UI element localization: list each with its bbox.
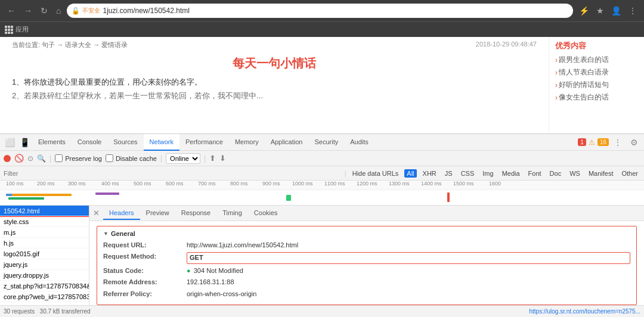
filter-other[interactable]: Other [619,169,640,178]
reload-button[interactable]: ↻ [38,5,50,17]
timeline-mark-1500: 1500 ms [453,181,474,187]
file-item-7[interactable]: jquery.droppy.js [0,270,89,281]
timeline-mark-1400: 1400 ms [421,181,442,187]
file-item-9[interactable]: core.php?web_id=127857083... [0,291,89,302]
sidebar-link-1[interactable]: 跟男生表白的话 [555,55,638,65]
sidebar-link-4[interactable]: 像女生告白的话 [555,92,638,103]
sidebar-link-3[interactable]: 好听的情话短句 [555,80,638,90]
referrer-policy-label: Referrer Policy: [103,290,187,299]
filter-css[interactable]: CSS [459,169,477,178]
timeline-mark-800: 800 ms [230,181,248,187]
rp-tab-preview[interactable]: Preview [140,207,175,220]
tab-memory[interactable]: Memory [229,134,265,151]
bookmarks-bar: 应用 [0,21,644,37]
content-line-2: 2、若果跌碎红尘望穿秋水，若果一生一世常萦轮回，若你，我不闻理中... [12,89,537,103]
request-url-label: Request URL: [103,241,187,250]
home-button[interactable]: ⌂ [54,5,63,17]
export-icon[interactable]: ⬇ [219,154,226,163]
browser-actions: ⚡ ★ 👤 ⋮ [577,5,639,17]
file-item-8[interactable]: z_stat.php?id=12787570834&... [0,281,89,291]
filter-js[interactable]: JS [442,169,455,178]
footer-requests: 30 requests 30.7 kB transferred [4,308,91,315]
back-button[interactable]: ← [5,5,18,17]
filter-media[interactable]: Media [500,169,522,178]
timeline-bar-5 [286,195,291,201]
tab-elements[interactable]: Elements [32,134,72,151]
dt-settings-icon[interactable]: ⚙ [627,138,642,147]
filter-icon[interactable]: ⊙ [27,154,33,163]
filter-doc[interactable]: Doc [547,169,564,178]
rp-content: General Request URL: http://www.1juzi.co… [89,221,644,305]
tab-network[interactable]: Network [144,134,179,151]
tab-sources[interactable]: Sources [107,134,143,151]
clear-button[interactable]: 🚫 [14,154,24,163]
filter-font[interactable]: Font [526,169,544,178]
timeline-mark-1100: 1100 ms [324,181,345,187]
address-bar[interactable]: 🔓 不安全 1juzi.com/new/150542.html [67,4,573,18]
search-icon[interactable]: 🔍 [37,154,46,163]
dt-more-icon[interactable]: ⋮ [611,138,624,147]
timeline-mark-500: 500 ms [134,181,151,187]
tab-security[interactable]: Security [308,134,344,151]
rp-tab-headers[interactable]: Headers [103,207,140,220]
menu-icon[interactable]: ⋮ [626,5,639,17]
referrer-policy-value: origin-when-cross-origin [187,290,630,299]
import-icon[interactable]: ⬆ [209,154,216,163]
referrer-policy-row: Referrer Policy: origin-when-cross-origi… [103,290,630,299]
throttle-select[interactable]: Online [166,153,200,164]
tab-application[interactable]: Application [265,134,309,151]
footer-link[interactable]: https://ulog.sr.nt.com/touchenem=n2575..… [529,308,640,315]
tab-performance[interactable]: Performance [179,134,229,151]
page-content: 当前位置: 句子 → 语录大全 → 爱情语录 2018-10-29 09:48:… [0,37,644,133]
file-item-1[interactable]: 150542.html [0,206,89,216]
record-button[interactable] [4,155,11,162]
url-text: 1juzi.com/new/150542.html [103,7,568,15]
tab-audits[interactable]: Audits [344,134,374,151]
devtools-device-icon[interactable]: 📱 [17,138,32,147]
sidebar-link-2[interactable]: 情人节表白语录 [555,67,638,77]
filter-input[interactable] [4,170,341,177]
file-item-6[interactable]: jquery.js [0,259,89,270]
timeline-bar-2 [8,197,44,200]
timeline-mark-200: 200 ms [37,181,55,187]
account-icon[interactable]: 👤 [609,5,624,17]
status-dot: ● [187,267,191,274]
filter-manifest[interactable]: Manifest [586,169,616,178]
filter-hide-data-urls[interactable]: Hide data URLs [350,169,401,178]
filter-bar: | Hide data URLs All XHR JS CSS Img Medi… [0,166,644,181]
apps-label: 应用 [16,25,29,34]
file-item-5[interactable]: logo2015.gif [0,249,89,259]
filter-img[interactable]: Img [480,169,496,178]
devtools-tabs: ⬜ 📱 Elements Console Sources Network Per… [0,134,644,151]
file-item-2[interactable]: style.css [0,216,89,227]
request-url-value: http://www.1juzi.com/new/150542.html [187,241,630,250]
status-code-row: Status Code: ● 304 Not Modified [103,266,630,275]
disable-cache-checkbox[interactable]: Disable cache [106,154,157,162]
page-main: 当前位置: 句子 → 语录大全 → 爱情语录 2018-10-29 09:48:… [0,37,549,133]
warn-icon: ⚠ [589,138,595,147]
close-panel-button[interactable]: ✕ [89,207,103,219]
tab-console[interactable]: Console [72,134,107,151]
network-content: 150542.html style.css m.js h.js logo2015… [0,206,644,305]
bookmark-icon[interactable]: ★ [594,5,606,17]
timeline-mark-1200: 1200 ms [357,181,377,187]
extensions-icon[interactable]: ⚡ [577,5,592,17]
file-item-3[interactable]: m.js [0,227,89,238]
preserve-log-checkbox[interactable]: Preserve log [55,154,102,162]
devtools-inspect-icon[interactable]: ⬜ [2,138,17,147]
filter-xhr[interactable]: XHR [420,169,439,178]
filter-all[interactable]: All [404,169,416,178]
timeline-mark-900: 900 ms [262,181,280,187]
filter-ws[interactable]: WS [567,169,583,178]
rp-tab-response[interactable]: Response [175,207,217,220]
general-section: General Request URL: http://www.1juzi.co… [97,226,637,305]
rp-tab-cookies[interactable]: Cookies [248,207,284,220]
forward-button[interactable]: → [21,5,35,17]
file-item-4[interactable]: h.js [0,238,89,249]
timeline-mark-600: 600 ms [166,181,184,187]
browser-chrome: ← → ↻ ⌂ 🔓 不安全 1juzi.com/new/150542.html … [0,0,644,21]
breadcrumb: 当前位置: 句子 → 语录大全 → 爱情语录 [12,41,128,49]
rp-tab-timing[interactable]: Timing [216,207,248,220]
apps-button[interactable]: 应用 [5,25,29,34]
error-badge: 1 [578,138,586,146]
